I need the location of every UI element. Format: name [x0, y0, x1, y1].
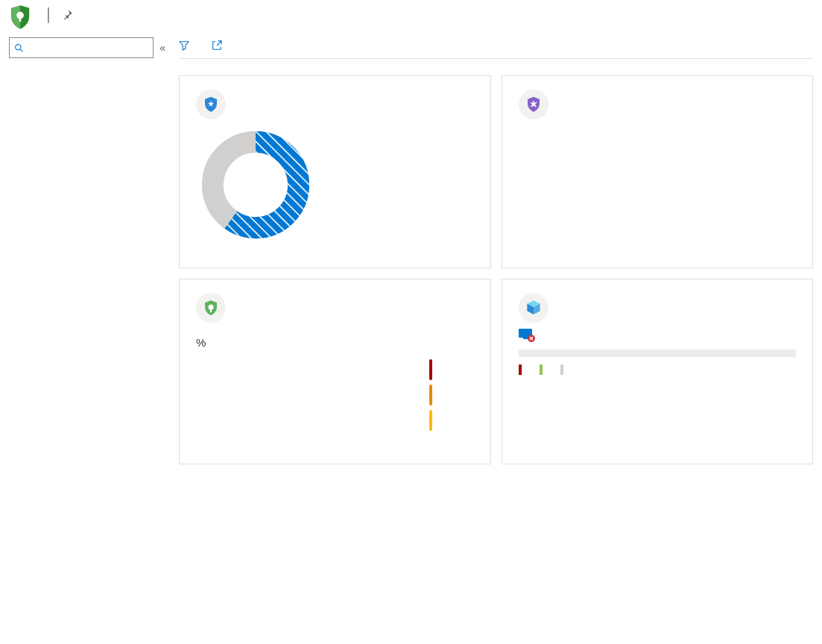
search-input[interactable] — [27, 42, 148, 54]
defender-shield-icon — [9, 4, 31, 30]
sidebar: « — [9, 37, 165, 66]
whats-new-button[interactable] — [212, 40, 227, 51]
page-header: | — [9, 0, 813, 33]
workload-card: % — [179, 279, 491, 464]
inventory-health-bar — [519, 350, 797, 357]
inventory-card — [502, 279, 814, 464]
severity-legend — [429, 359, 474, 441]
svg-rect-1 — [19, 17, 21, 22]
search-icon — [14, 43, 24, 53]
secure-score-donut — [196, 125, 315, 244]
external-link-icon — [212, 40, 222, 51]
compliance-card — [502, 75, 814, 268]
workload-badge-icon — [196, 293, 226, 323]
svg-rect-10 — [210, 309, 212, 312]
compliance-badge-icon — [519, 89, 548, 119]
secure-score-badge-icon — [196, 89, 226, 119]
collapse-sidebar-icon[interactable]: « — [159, 42, 165, 54]
svg-rect-12 — [523, 338, 528, 339]
svg-point-2 — [16, 44, 21, 49]
inventory-legend — [519, 364, 797, 375]
inventory-badge-icon — [519, 293, 548, 323]
filter-icon — [179, 40, 189, 51]
vm-error-icon — [519, 329, 535, 342]
alerts-chart — [196, 359, 419, 441]
toolbar — [179, 37, 813, 59]
main-content: % — [179, 37, 813, 464]
secure-score-card — [179, 75, 491, 268]
pin-icon[interactable] — [63, 9, 73, 19]
title-separator: | — [46, 4, 51, 24]
search-input-wrapper[interactable] — [9, 37, 154, 58]
subscriptions-button[interactable] — [179, 40, 194, 51]
svg-line-3 — [20, 49, 22, 51]
